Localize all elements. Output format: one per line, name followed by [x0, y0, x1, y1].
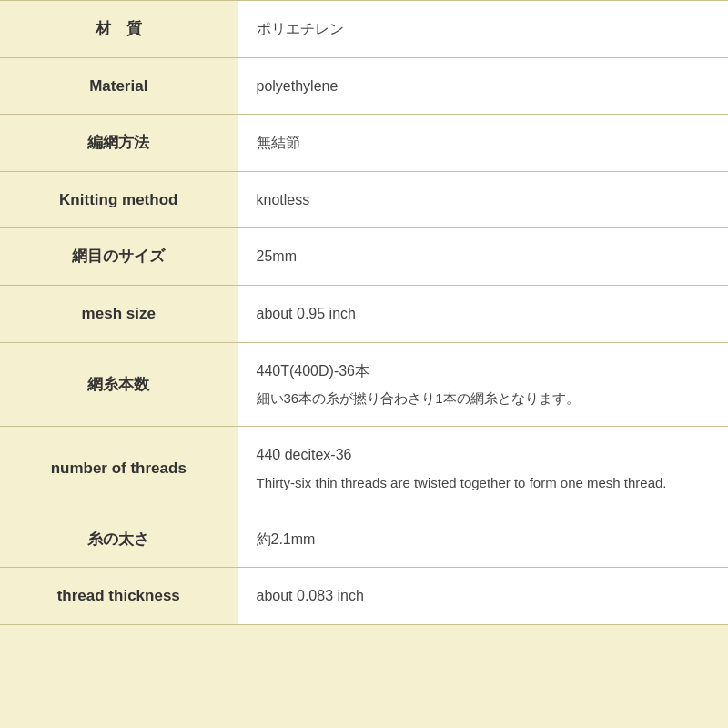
value-cell-threads-en: 440 decitex-36Thirty-six thin threads ar…: [238, 427, 728, 511]
label-cell-mesh-size-jp: 網目のサイズ: [0, 228, 238, 286]
value-text: polyethylene: [257, 78, 339, 94]
value-text: 25mm: [257, 248, 297, 264]
table-row: 糸の太さ約2.1mm: [0, 511, 728, 568]
table-row: 編網方法無結節: [0, 115, 728, 172]
label-cell-threads-en: number of threads: [0, 427, 238, 511]
value-line2: 細い36本の糸が撚り合わさり1本の網糸となります。: [257, 388, 711, 410]
table-row: Knitting methodknotless: [0, 171, 728, 228]
value-cell-knitting-en: knotless: [238, 171, 728, 228]
label-cell-knitting-jp: 編網方法: [0, 115, 238, 172]
label-cell-material-en: Material: [0, 57, 238, 115]
table-row: Materialpolyethylene: [0, 57, 728, 115]
label-cell-thickness-en: thread thickness: [0, 568, 238, 625]
value-cell-threads-jp: 440T(400D)-36本細い36本の糸が撚り合わさり1本の網糸となります。: [238, 342, 728, 427]
table-row: 網目のサイズ25mm: [0, 228, 728, 286]
table-row: 材 質ポリエチレン: [0, 1, 728, 58]
value-text: about 0.083 inch: [257, 588, 364, 603]
label-cell-threads-jp: 網糸本数: [0, 342, 238, 427]
label-cell-thickness-jp: 糸の太さ: [0, 511, 238, 568]
value-cell-mesh-size-en: about 0.95 inch: [238, 285, 728, 342]
value-text: ポリエチレン: [257, 21, 344, 36]
value-text: knotless: [257, 192, 310, 207]
value-text: 無結節: [257, 135, 300, 150]
table-row: mesh sizeabout 0.95 inch: [0, 285, 728, 342]
value-line1: 440 decitex-36: [257, 443, 711, 467]
table-row: 網糸本数440T(400D)-36本細い36本の糸が撚り合わさり1本の網糸となり…: [0, 342, 728, 427]
value-line1: 440T(400D)-36本: [257, 359, 711, 383]
label-cell-mesh-size-en: mesh size: [0, 285, 238, 342]
label-cell-material-jp: 材 質: [0, 1, 238, 58]
table-row: number of threads440 decitex-36Thirty-si…: [0, 427, 728, 511]
table-row: thread thicknessabout 0.083 inch: [0, 568, 728, 625]
value-cell-material-jp: ポリエチレン: [238, 1, 728, 58]
value-cell-thickness-jp: 約2.1mm: [238, 511, 728, 568]
value-cell-material-en: polyethylene: [238, 57, 728, 115]
label-cell-knitting-en: Knitting method: [0, 171, 238, 228]
value-cell-knitting-jp: 無結節: [238, 115, 728, 172]
value-line2: Thirty-six thin threads are twisted toge…: [257, 472, 711, 494]
value-text: 約2.1mm: [257, 531, 316, 547]
value-text: about 0.95 inch: [257, 306, 356, 321]
value-cell-mesh-size-jp: 25mm: [238, 228, 728, 286]
value-cell-thickness-en: about 0.083 inch: [238, 568, 728, 625]
spec-table: 材 質ポリエチレンMaterialpolyethylene編網方法無結節Knit…: [0, 0, 728, 625]
